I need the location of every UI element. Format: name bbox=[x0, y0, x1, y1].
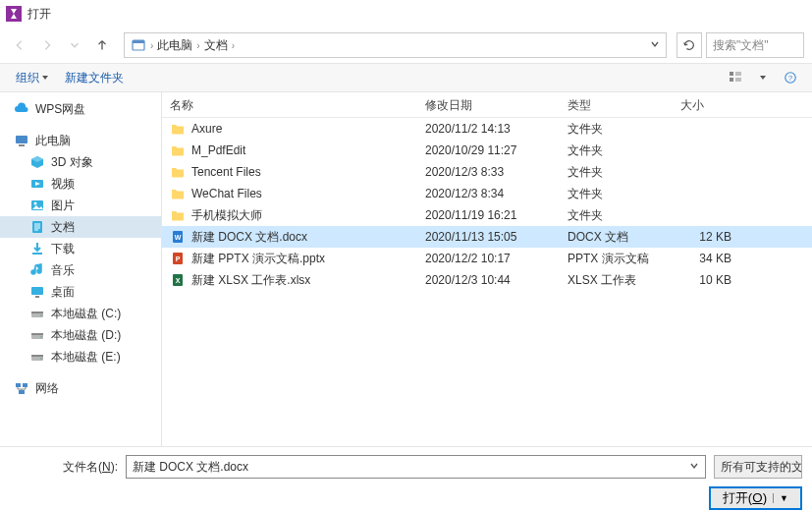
folder-icon bbox=[170, 121, 186, 137]
file-name: WeChat Files bbox=[191, 187, 262, 200]
svg-rect-22 bbox=[31, 355, 43, 357]
svg-rect-19 bbox=[31, 333, 43, 335]
sidebar-item[interactable]: 图片 bbox=[0, 195, 161, 216]
file-row[interactable]: WeChat Files2020/12/3 8:34文件夹 bbox=[162, 183, 812, 204]
breadcrumb-item[interactable]: 文档 bbox=[204, 37, 228, 54]
file-row[interactable]: 手机模拟大师2020/11/19 16:21文件夹 bbox=[162, 204, 812, 226]
sidebar-item[interactable]: 音乐 bbox=[0, 259, 161, 281]
svg-point-17 bbox=[40, 314, 42, 316]
svg-rect-24 bbox=[16, 383, 21, 387]
filename-input[interactable]: 新建 DOCX 文档.docx bbox=[126, 455, 706, 479]
file-date: 2020/12/2 10:17 bbox=[417, 252, 560, 265]
view-dropdown-icon[interactable] bbox=[751, 66, 775, 89]
sidebar-item[interactable]: 下载 bbox=[0, 238, 161, 259]
column-header-type[interactable]: 类型 bbox=[560, 92, 673, 117]
file-type: PPTX 演示文稿 bbox=[560, 251, 673, 267]
download-icon bbox=[29, 241, 45, 256]
column-header-name[interactable]: 名称 bbox=[162, 92, 417, 117]
search-input[interactable]: 搜索"文档" bbox=[706, 32, 804, 58]
sidebar-item[interactable]: 3D 对象 bbox=[0, 151, 161, 173]
svg-rect-2 bbox=[730, 72, 733, 76]
file-name: 新建 XLSX 工作表.xlsx bbox=[191, 272, 310, 289]
open-button[interactable]: 打开(O) ▼ bbox=[709, 486, 802, 510]
file-date: 2020/11/2 14:13 bbox=[417, 122, 560, 136]
desktop-icon bbox=[29, 284, 45, 300]
toolbar: 组织 新建文件夹 ? bbox=[0, 63, 812, 92]
filename-label: 文件名(N): bbox=[10, 459, 118, 476]
address-bar[interactable]: › 此电脑 › 文档 › bbox=[124, 32, 667, 58]
chevron-right-icon: › bbox=[232, 40, 235, 51]
svg-rect-12 bbox=[32, 253, 42, 255]
music-icon bbox=[29, 262, 45, 278]
file-date: 2020/12/3 8:34 bbox=[417, 187, 560, 200]
file-row[interactable]: Axure2020/11/2 14:13文件夹 bbox=[162, 118, 812, 140]
file-row[interactable]: P新建 PPTX 演示文稿.pptx2020/12/2 10:17PPTX 演示… bbox=[162, 248, 812, 269]
refresh-button[interactable] bbox=[677, 32, 702, 58]
breadcrumb-item[interactable]: 此电脑 bbox=[157, 37, 192, 54]
file-date: 2020/12/3 10:44 bbox=[417, 273, 560, 287]
file-row[interactable]: X新建 XLSX 工作表.xlsx2020/12/3 10:44XLSX 工作表… bbox=[162, 269, 812, 291]
folder-icon bbox=[170, 142, 186, 158]
organize-menu[interactable]: 组织 bbox=[10, 68, 55, 88]
navigation-bar: › 此电脑 › 文档 › 搜索"文档" bbox=[0, 28, 812, 63]
file-date: 2020/12/3 8:33 bbox=[417, 165, 560, 179]
chevron-down-icon[interactable] bbox=[650, 38, 660, 52]
search-placeholder: 搜索"文档" bbox=[713, 37, 769, 54]
file-row[interactable]: Tencent Files2020/12/3 8:33文件夹 bbox=[162, 161, 812, 183]
sidebar-item[interactable]: 本地磁盘 (D:) bbox=[0, 324, 161, 346]
ppt-icon: P bbox=[170, 251, 186, 266]
svg-text:W: W bbox=[175, 234, 182, 241]
back-button[interactable] bbox=[8, 33, 31, 57]
sidebar-item-wps[interactable]: WPS网盘 bbox=[0, 98, 161, 120]
recent-locations-button[interactable] bbox=[63, 33, 86, 57]
column-header-size[interactable]: 大小 bbox=[673, 92, 751, 117]
svg-rect-7 bbox=[19, 144, 25, 146]
svg-rect-25 bbox=[23, 383, 27, 387]
sidebar-item-this-pc[interactable]: 此电脑 bbox=[0, 130, 161, 151]
dialog-footer: 文件名(N): 新建 DOCX 文档.docx 所有可支持的文 打开(O) ▼ bbox=[0, 446, 812, 511]
network-icon bbox=[14, 380, 29, 396]
sidebar-item[interactable]: 本地磁盘 (E:) bbox=[0, 346, 161, 368]
sidebar-item[interactable]: 本地磁盘 (C:) bbox=[0, 303, 161, 324]
location-icon bbox=[131, 37, 146, 53]
file-name: 新建 DOCX 文档.docx bbox=[191, 229, 307, 246]
new-folder-button[interactable]: 新建文件夹 bbox=[59, 68, 130, 88]
xls-icon: X bbox=[170, 272, 186, 288]
svg-text:P: P bbox=[176, 256, 181, 262]
file-row[interactable]: M_PdfEdit2020/10/29 11:27文件夹 bbox=[162, 140, 812, 161]
drive-icon bbox=[29, 327, 45, 343]
file-size: 12 KB bbox=[673, 230, 751, 244]
svg-rect-11 bbox=[32, 221, 42, 233]
help-button[interactable]: ? bbox=[779, 66, 802, 89]
view-options-button[interactable] bbox=[724, 66, 747, 89]
file-list[interactable]: Axure2020/11/2 14:13文件夹M_PdfEdit2020/10/… bbox=[162, 118, 812, 446]
chevron-right-icon: › bbox=[150, 40, 153, 51]
svg-point-23 bbox=[40, 358, 42, 360]
column-headers: 名称 修改日期 类型 大小 bbox=[162, 92, 812, 118]
doc-icon bbox=[29, 219, 45, 235]
sidebar-item[interactable]: 桌面 bbox=[0, 281, 161, 303]
pc-icon bbox=[14, 133, 29, 148]
file-type: XLSX 工作表 bbox=[560, 272, 673, 289]
up-button[interactable] bbox=[90, 33, 114, 57]
filetype-select[interactable]: 所有可支持的文 bbox=[714, 455, 802, 479]
sidebar-item[interactable]: 文档 bbox=[0, 216, 161, 238]
file-name: 新建 PPTX 演示文稿.pptx bbox=[191, 251, 325, 267]
forward-button[interactable] bbox=[35, 33, 59, 57]
sidebar-item[interactable]: 视频 bbox=[0, 173, 161, 195]
file-type: 文件夹 bbox=[560, 186, 673, 202]
drive-icon bbox=[29, 306, 45, 321]
file-date: 2020/11/19 16:21 bbox=[417, 208, 560, 222]
window-title: 打开 bbox=[27, 6, 51, 23]
file-name: Tencent Files bbox=[191, 165, 261, 179]
chevron-down-icon[interactable] bbox=[689, 460, 699, 474]
svg-rect-1 bbox=[133, 40, 144, 43]
file-name: 手机模拟大师 bbox=[191, 207, 262, 224]
image-icon bbox=[29, 198, 45, 213]
column-header-date[interactable]: 修改日期 bbox=[417, 92, 560, 117]
file-row[interactable]: W新建 DOCX 文档.docx2020/11/13 15:05DOCX 文档1… bbox=[162, 226, 812, 248]
file-date: 2020/10/29 11:27 bbox=[417, 143, 560, 157]
file-size: 10 KB bbox=[673, 273, 751, 287]
sidebar-item-network[interactable]: 网络 bbox=[0, 377, 161, 399]
app-icon bbox=[6, 6, 22, 22]
